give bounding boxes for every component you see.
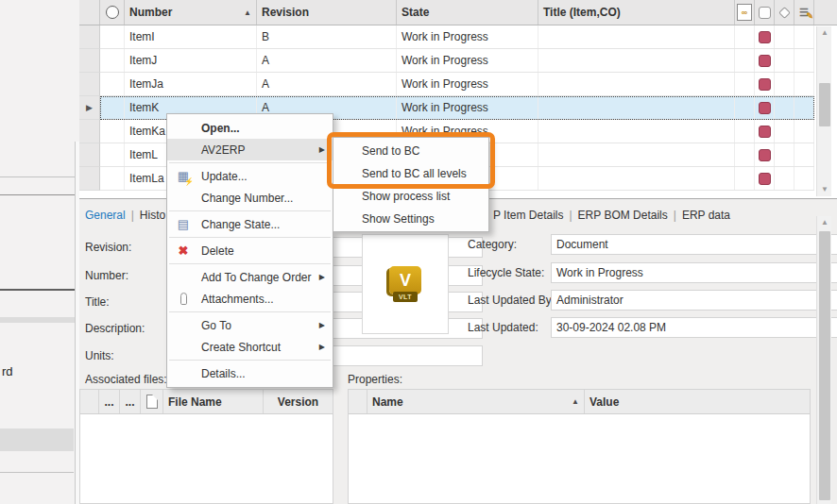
files-header-icon-col[interactable]: [141, 390, 163, 413]
tab-erp-bom-details[interactable]: ERP BOM Details: [578, 209, 668, 222]
tab-p-item-details[interactable]: P Item Details: [493, 209, 563, 222]
menu-item-label: Attachments...: [201, 293, 274, 306]
divider: [0, 176, 76, 177]
menu-item-label: Details...: [201, 367, 246, 380]
tab-separator: |: [674, 209, 676, 222]
tab-separator: |: [131, 209, 134, 222]
cell-select[interactable]: [100, 73, 125, 95]
details-vertical-scrollbar[interactable]: ▲: [816, 216, 831, 504]
scrollbar-thumb[interactable]: [819, 83, 830, 126]
list-edit-icon: ☰: [799, 8, 809, 18]
menu-item-av2erp[interactable]: AV2ERP▶: [167, 139, 333, 160]
submenu-arrow-icon: ▶: [319, 343, 325, 351]
submenu-item-show-settings[interactable]: Show Settings: [333, 208, 488, 230]
scroll-up-icon[interactable]: ▲: [817, 216, 832, 229]
cell-select[interactable]: [100, 96, 125, 119]
cell-revision: A: [257, 49, 397, 72]
submenu-item-send-to-bc-all-levels[interactable]: Send to BC all levels: [333, 162, 488, 185]
associated-files-table: ... ... File Name Version: [79, 389, 333, 504]
files-header-dots1[interactable]: ...: [99, 390, 120, 413]
cell-state: Work in Progress: [397, 96, 538, 119]
menu-item-update[interactable]: Update...: [167, 165, 333, 187]
field-value-lifecycle-state[interactable]: Work in Progress: [551, 262, 837, 283]
link-document-icon: ∞: [737, 4, 752, 21]
menu-item-label: Show Settings: [362, 212, 435, 226]
cell-icon: [794, 25, 814, 48]
cell-select[interactable]: [100, 167, 125, 190]
menu-item-change-number[interactable]: Change Number...: [167, 187, 333, 209]
column-header-revision[interactable]: Revision: [257, 0, 397, 25]
scroll-down-icon[interactable]: ▼: [817, 183, 832, 196]
menu-separator: [169, 237, 331, 238]
menu-item-open[interactable]: Open...: [167, 117, 333, 139]
column-header-number[interactable]: Number▲: [125, 0, 257, 25]
cell-revision: A: [257, 73, 397, 95]
cell-select[interactable]: [100, 143, 125, 166]
menu-item-create-shortcut[interactable]: Create Shortcut▶: [167, 336, 333, 358]
cell-icon: [755, 167, 775, 190]
cell-state: Work in Progress: [397, 25, 538, 48]
cell-select[interactable]: [100, 25, 125, 48]
menu-item-attachments[interactable]: Attachments...: [167, 288, 333, 310]
submenu-item-send-to-bc[interactable]: Send to BC: [333, 140, 488, 162]
left-panel-item[interactable]: [0, 428, 74, 451]
vault-v-badge: V: [389, 266, 421, 294]
menu-separator: [169, 311, 331, 312]
menu-item-change-state[interactable]: Change State...: [167, 213, 333, 235]
menu-item-details[interactable]: Details...: [167, 362, 333, 384]
details-tabs-right: P Item Details|ERP BOM Details|ERP data: [493, 209, 730, 222]
menu-item-delete[interactable]: Delete: [167, 240, 333, 261]
grid-header-row: Number▲ Revision State Title (Item,CO) ∞…: [79, 0, 837, 25]
cell-icon: [755, 73, 775, 95]
files-header-version[interactable]: Version: [264, 390, 333, 413]
divider: [0, 194, 76, 195]
column-header-links[interactable]: ∞: [735, 0, 755, 25]
cell-title: [538, 25, 735, 48]
menu-item-label: Add To Change Order: [201, 271, 312, 284]
field-value-last-updated[interactable]: 30-09-2024 02.08 PM: [551, 317, 837, 338]
column-header-tags[interactable]: [775, 0, 794, 25]
field-label-number: Number:: [85, 269, 128, 282]
cell-icon: [775, 73, 794, 95]
cell-icon: [735, 120, 755, 143]
row-gutter: [79, 143, 100, 167]
files-header-file-name[interactable]: File Name: [163, 390, 264, 413]
tab-erp-data[interactable]: ERP data: [682, 209, 730, 222]
field-label-description: Description:: [85, 322, 145, 335]
cell-icon: [735, 96, 755, 119]
cell-title: [538, 120, 735, 143]
files-header-dots2[interactable]: ...: [120, 390, 141, 413]
files-header-gutter: [80, 390, 99, 413]
column-header-edit-list[interactable]: ☰: [794, 0, 814, 25]
table-row[interactable]: ItemIBWork in Progress: [79, 25, 837, 49]
row-gutter: [79, 120, 100, 143]
select-all-column-header[interactable]: [100, 0, 125, 25]
submenu-arrow-icon: ▶: [319, 273, 325, 281]
scrollbar-thumb[interactable]: [819, 231, 830, 500]
scroll-up-icon[interactable]: ▲: [817, 26, 832, 40]
column-header-title[interactable]: Title (Item,CO): [538, 0, 735, 25]
table-row[interactable]: ItemJaAWork in Progress: [79, 73, 837, 96]
tab-general[interactable]: General: [85, 209, 126, 222]
current-row-arrow-icon: [79, 96, 100, 120]
column-header-state[interactable]: State: [397, 0, 538, 25]
field-value-category[interactable]: Document: [551, 234, 837, 255]
cell-icon: [775, 167, 794, 190]
submenu-item-show-process-list[interactable]: Show process list: [333, 185, 488, 208]
cell-state: Work in Progress: [397, 49, 538, 72]
menu-item-add-to-change-order[interactable]: Add To Change Order▶: [167, 266, 333, 288]
menu-item-go-to[interactable]: Go To▶: [167, 314, 333, 336]
grid-vertical-scrollbar[interactable]: ▲ ▼: [816, 26, 831, 196]
tab-histo[interactable]: Histo: [140, 209, 165, 222]
status-flag-icon: [759, 55, 771, 67]
cell-select[interactable]: [100, 49, 125, 72]
field-label-revision: Revision:: [85, 241, 131, 254]
cell-select[interactable]: [100, 120, 125, 143]
table-row[interactable]: ItemJAWork in Progress: [79, 49, 837, 73]
field-value-last-updated-by[interactable]: Administrator: [551, 290, 837, 311]
properties-header-name[interactable]: Name▲: [367, 390, 585, 413]
field-label-last-updated: Last Updated:: [468, 321, 538, 334]
properties-header-value[interactable]: Value: [585, 390, 810, 413]
status-flag-icon: [759, 173, 771, 185]
column-header-status[interactable]: [755, 0, 775, 25]
